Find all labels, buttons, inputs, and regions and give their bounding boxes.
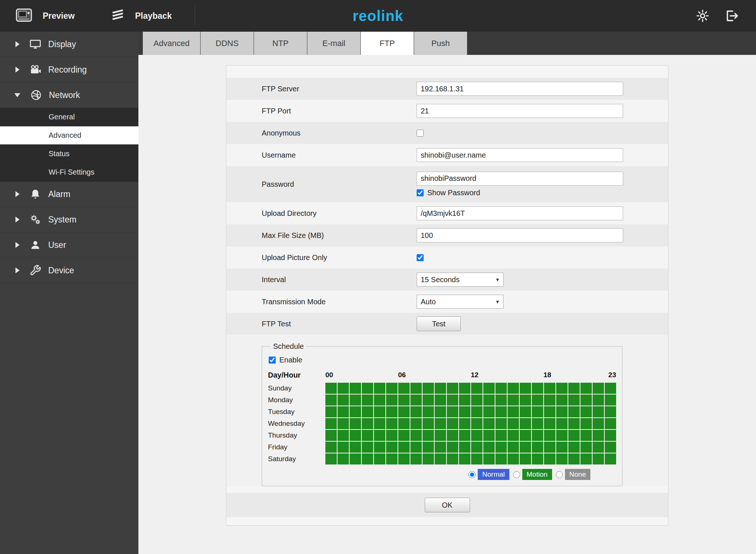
schedule-cell[interactable]: [556, 453, 568, 464]
schedule-cell[interactable]: [568, 442, 580, 453]
schedule-cell[interactable]: [410, 442, 422, 453]
schedule-cell[interactable]: [568, 418, 580, 429]
schedule-cell[interactable]: [362, 453, 373, 464]
schedule-cell[interactable]: [386, 406, 398, 417]
tab-ftp[interactable]: FTP: [361, 32, 414, 55]
schedule-cell[interactable]: [605, 383, 616, 394]
tab-email[interactable]: E-mail: [307, 32, 360, 55]
schedule-cell[interactable]: [532, 418, 543, 429]
schedule-cell[interactable]: [471, 453, 483, 464]
schedule-cell[interactable]: [568, 406, 580, 417]
schedule-cell[interactable]: [532, 395, 543, 406]
schedule-cell[interactable]: [532, 406, 543, 417]
schedule-cell[interactable]: [580, 418, 592, 429]
schedule-cell[interactable]: [483, 383, 495, 394]
schedule-cell[interactable]: [410, 395, 422, 406]
schedule-cell[interactable]: [386, 395, 398, 406]
schedule-cell[interactable]: [374, 406, 385, 417]
schedule-cell[interactable]: [471, 442, 483, 453]
schedule-cell[interactable]: [386, 418, 398, 429]
mode-radio-motion[interactable]: [513, 471, 520, 478]
schedule-cell[interactable]: [398, 442, 410, 453]
schedule-grid[interactable]: [325, 383, 616, 464]
schedule-cell[interactable]: [605, 430, 616, 441]
tab-ntp[interactable]: NTP: [254, 32, 307, 55]
show-password-checkbox[interactable]: [417, 189, 424, 196]
schedule-cell[interactable]: [483, 453, 495, 464]
ftp-test-button[interactable]: Test: [417, 316, 461, 331]
sidebar-item-general[interactable]: General: [0, 108, 138, 126]
schedule-cell[interactable]: [520, 418, 531, 429]
schedule-cell[interactable]: [495, 442, 507, 453]
sidebar-item-status[interactable]: Status: [0, 145, 138, 163]
schedule-cell[interactable]: [325, 395, 337, 406]
upload-picture-only-checkbox[interactable]: [417, 254, 424, 261]
schedule-cell[interactable]: [471, 395, 483, 406]
schedule-cell[interactable]: [398, 418, 410, 429]
settings-gear-icon[interactable]: [696, 9, 710, 23]
schedule-cell[interactable]: [508, 430, 519, 441]
schedule-cell[interactable]: [593, 418, 604, 429]
schedule-cell[interactable]: [374, 383, 385, 394]
schedule-cell[interactable]: [447, 418, 458, 429]
schedule-cell[interactable]: [410, 453, 422, 464]
schedule-cell[interactable]: [605, 453, 616, 464]
schedule-cell[interactable]: [435, 406, 446, 417]
schedule-cell[interactable]: [532, 430, 543, 441]
schedule-cell[interactable]: [544, 453, 555, 464]
schedule-cell[interactable]: [325, 383, 337, 394]
sidebar-item-advanced[interactable]: Advanced: [0, 126, 138, 145]
playback-nav[interactable]: Playback: [109, 8, 172, 24]
schedule-enable-checkbox[interactable]: [269, 357, 276, 364]
schedule-cell[interactable]: [532, 453, 543, 464]
schedule-cell[interactable]: [593, 395, 604, 406]
logout-icon[interactable]: [725, 9, 739, 23]
schedule-cell[interactable]: [398, 406, 410, 417]
schedule-cell[interactable]: [350, 406, 361, 417]
schedule-cell[interactable]: [471, 406, 483, 417]
schedule-cell[interactable]: [423, 430, 434, 441]
schedule-cell[interactable]: [374, 453, 385, 464]
schedule-cell[interactable]: [350, 395, 361, 406]
schedule-cell[interactable]: [508, 406, 519, 417]
schedule-cell[interactable]: [568, 453, 580, 464]
schedule-cell[interactable]: [568, 395, 580, 406]
schedule-cell[interactable]: [556, 383, 568, 394]
schedule-cell[interactable]: [544, 430, 555, 441]
sidebar-item-display[interactable]: Display: [0, 32, 138, 57]
schedule-cell[interactable]: [435, 430, 446, 441]
schedule-cell[interactable]: [483, 430, 495, 441]
schedule-cell[interactable]: [362, 418, 373, 429]
schedule-cell[interactable]: [447, 453, 458, 464]
schedule-cell[interactable]: [508, 418, 519, 429]
schedule-cell[interactable]: [459, 406, 470, 417]
schedule-cell[interactable]: [325, 406, 337, 417]
schedule-cell[interactable]: [435, 383, 446, 394]
schedule-cell[interactable]: [350, 442, 361, 453]
schedule-cell[interactable]: [520, 383, 531, 394]
schedule-cell[interactable]: [398, 453, 410, 464]
schedule-cell[interactable]: [593, 453, 604, 464]
mode-radio-none[interactable]: [556, 471, 563, 478]
password-input[interactable]: [417, 172, 623, 186]
schedule-cell[interactable]: [435, 442, 446, 453]
schedule-cell[interactable]: [544, 406, 555, 417]
schedule-cell[interactable]: [556, 418, 568, 429]
schedule-cell[interactable]: [483, 442, 495, 453]
transmission-mode-select[interactable]: Auto: [417, 295, 504, 309]
schedule-cell[interactable]: [338, 442, 349, 453]
schedule-cell[interactable]: [386, 442, 398, 453]
schedule-cell[interactable]: [459, 395, 470, 406]
schedule-cell[interactable]: [532, 383, 543, 394]
sidebar-item-network[interactable]: Network: [0, 83, 138, 108]
ftp-server-input[interactable]: [417, 82, 623, 96]
schedule-cell[interactable]: [520, 430, 531, 441]
schedule-cell[interactable]: [447, 430, 458, 441]
username-input[interactable]: [417, 148, 623, 162]
schedule-cell[interactable]: [398, 383, 410, 394]
schedule-cell[interactable]: [495, 406, 507, 417]
schedule-cell[interactable]: [447, 395, 458, 406]
ftp-port-input[interactable]: [417, 104, 623, 118]
schedule-cell[interactable]: [593, 383, 604, 394]
schedule-cell[interactable]: [580, 383, 592, 394]
